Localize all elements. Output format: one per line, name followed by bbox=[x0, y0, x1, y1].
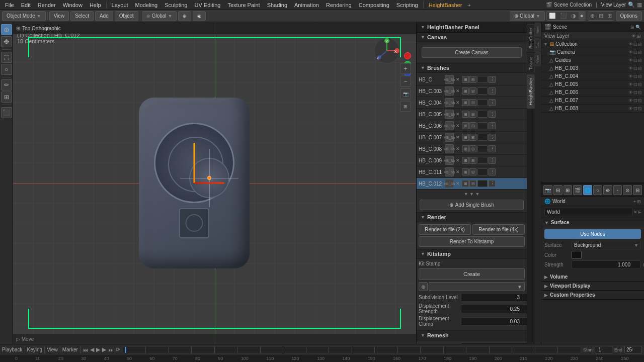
brush-value-9[interactable] bbox=[477, 180, 488, 187]
brush-value-1[interactable] bbox=[477, 87, 488, 95]
use-nodes-btn[interactable]: Use Nodes bbox=[544, 229, 641, 239]
expand-brushes-btn[interactable]: ▼ ▼ ▼ bbox=[417, 191, 527, 198]
brush-row-hbc011[interactable]: HB_C.011 HB_Sh ✕ ⊞ ⊟ ⋮ bbox=[417, 166, 527, 178]
view-menu-btn[interactable]: View bbox=[49, 11, 69, 21]
menu-uv-editing[interactable]: UV Editing bbox=[191, 1, 223, 9]
render-2k-btn[interactable]: Render to file (2k) bbox=[419, 224, 471, 235]
brush-x-8[interactable]: ✕ bbox=[455, 169, 461, 174]
guides-eye[interactable]: 👁 bbox=[628, 58, 633, 63]
jump-end-btn[interactable]: ⏭ bbox=[108, 347, 114, 353]
outliner-hbc008[interactable]: △ HB_C.008 👁 ⊡ ⊟ bbox=[541, 105, 644, 113]
brush-value-0[interactable] bbox=[477, 76, 488, 83]
menu-sculpting[interactable]: Sculpting bbox=[162, 1, 190, 9]
outliner-hbc006[interactable]: △ HB_C.006 👁 ⊡ ⊟ bbox=[541, 88, 644, 97]
object-menu-btn[interactable]: Object bbox=[115, 11, 138, 21]
material-preview-btn[interactable]: ◑ bbox=[570, 12, 578, 20]
rendered-btn[interactable]: ● bbox=[579, 12, 585, 20]
brush-row-hbc003[interactable]: HB_C.003 HB_Sh ✕ ⊞ ⊟ ⋮ bbox=[417, 85, 527, 97]
start-frame-input[interactable] bbox=[595, 346, 612, 353]
brush-copy-6[interactable]: ⊞ bbox=[462, 145, 469, 152]
brush-menu-3[interactable]: ⋮ bbox=[489, 111, 496, 118]
vp-zoom-in-btn[interactable]: + bbox=[400, 63, 411, 74]
brush-copy-1[interactable]: ⊞ bbox=[462, 87, 469, 95]
vp-grid-btn[interactable]: ⊞ bbox=[400, 101, 411, 112]
kt-expand[interactable]: ▼ bbox=[429, 282, 525, 291]
select-box-tool[interactable]: ⬚ bbox=[1, 52, 12, 63]
brush-menu-6[interactable]: ⋮ bbox=[489, 145, 496, 152]
create-canvas-btn[interactable]: Create Canvas bbox=[422, 47, 522, 58]
outliner-collection[interactable]: ▼ ⊞ Collection 👁 ⊡ ⊟ bbox=[541, 40, 644, 48]
brush-menu-1[interactable]: ⋮ bbox=[489, 87, 496, 95]
brush-link-7[interactable]: ⊟ bbox=[469, 157, 476, 164]
prop-constraints-icon[interactable]: ⊟ bbox=[633, 185, 642, 195]
brush-x-5[interactable]: ✕ bbox=[455, 135, 461, 140]
world-fake-user-icon[interactable]: F bbox=[638, 210, 641, 215]
brush-link-6[interactable]: ⊟ bbox=[469, 145, 476, 152]
strength-input[interactable] bbox=[572, 260, 640, 269]
outliner-guides[interactable]: △ Guides 👁 ⊡ ⊟ bbox=[541, 56, 644, 64]
brush-value-5[interactable] bbox=[477, 134, 488, 141]
brush-link-2[interactable]: ⊟ bbox=[469, 99, 476, 106]
timeline-view-menu[interactable]: View bbox=[47, 347, 58, 352]
brush-row-hbc[interactable]: HB_C HB_Sh ✕ ⊞ ⊟ ⋮ bbox=[417, 74, 527, 85]
prop-modifier-icon[interactable]: ⊕ bbox=[603, 185, 612, 195]
brush-value-8[interactable] bbox=[477, 168, 488, 175]
prop-view-btn[interactable]: View bbox=[535, 52, 541, 66]
brush-menu-5[interactable]: ⋮ bbox=[489, 134, 496, 141]
prop-render-icon[interactable]: 📷 bbox=[543, 185, 552, 195]
render-4k-btn[interactable]: Render to file (4k) bbox=[472, 224, 525, 235]
outliner-hbc005[interactable]: △ HB_C.005 👁 ⊡ ⊟ bbox=[541, 80, 644, 88]
outliner-filter-icon[interactable]: ⊞ bbox=[630, 25, 634, 30]
next-frame-btn[interactable]: ▶ bbox=[102, 346, 106, 353]
cam-render[interactable]: ⊟ bbox=[638, 50, 642, 55]
brushes-section-header[interactable]: ▼ Brushes bbox=[417, 63, 527, 73]
gizmo-btn[interactable]: ⊞ bbox=[597, 12, 605, 20]
brush-x-0[interactable]: ✕ bbox=[455, 77, 461, 82]
brush-link-3[interactable]: ⊟ bbox=[469, 111, 476, 118]
add-cube-tool[interactable]: ⬛ bbox=[1, 107, 12, 118]
solid-btn[interactable]: ⬛ bbox=[558, 12, 569, 20]
cursor-tool[interactable]: ⊕ bbox=[1, 24, 12, 35]
proportional-btn[interactable]: ◉ bbox=[193, 11, 206, 21]
jump-start-btn[interactable]: ⏮ bbox=[83, 347, 88, 353]
canvas-section-header[interactable]: ▼ Canvas bbox=[417, 33, 527, 42]
render-kitstamp-btn[interactable]: Render To Kitstamp bbox=[419, 236, 525, 247]
move-tool[interactable]: ✥ bbox=[1, 36, 12, 47]
brush-copy-0[interactable]: ⊞ bbox=[462, 76, 469, 83]
panel-collapse-arrow[interactable]: ▼ bbox=[421, 25, 425, 30]
global-local-toggle[interactable]: ⊕ Global ▼ bbox=[510, 11, 545, 21]
disp-strength-value[interactable] bbox=[461, 305, 527, 313]
brush-copy-5[interactable]: ⊞ bbox=[462, 134, 469, 141]
render-section-header[interactable]: ▼ Render bbox=[417, 213, 527, 222]
surface-section-header[interactable]: ▼ Surface bbox=[541, 218, 644, 227]
brush-copy-2[interactable]: ⊞ bbox=[462, 99, 469, 106]
custom-props-section-header[interactable]: ▶ Custom Properties bbox=[541, 291, 644, 300]
timeline-playback-menu[interactable]: Playback bbox=[2, 347, 23, 352]
brush-value-4[interactable] bbox=[477, 122, 488, 129]
guides-render[interactable]: ⊟ bbox=[638, 58, 642, 63]
prop-scene-icon[interactable]: 🎬 bbox=[573, 185, 582, 195]
outliner-scene-icon[interactable]: 🎬 bbox=[544, 24, 551, 30]
brush-row-hbc008[interactable]: HB_C.008 HB_Sh ✕ ⊞ ⊟ ⋮ bbox=[417, 143, 527, 155]
brush-menu-8[interactable]: ⋮ bbox=[489, 168, 496, 175]
brush-link-9[interactable]: ⊟ bbox=[469, 180, 476, 187]
play-btn[interactable]: ▶ bbox=[96, 346, 100, 353]
add-single-brush-btn[interactable]: ⊕ Add Single Brush bbox=[420, 200, 524, 210]
menu-heightbasher[interactable]: HeightBasher bbox=[426, 1, 465, 9]
kitstamp-create-btn[interactable]: Create bbox=[419, 268, 525, 280]
menu-modeling[interactable]: Modeling bbox=[132, 1, 161, 9]
overlay-btn[interactable]: ⊕ bbox=[589, 12, 596, 20]
cam-monitor[interactable]: ⊡ bbox=[633, 50, 637, 55]
brush-x-4[interactable]: ✕ bbox=[455, 123, 461, 128]
vp-zoom-out-btn[interactable]: − bbox=[400, 76, 411, 87]
brush-value-2[interactable] bbox=[477, 99, 488, 106]
kitstamp-section-header[interactable]: ▼ Kitstamp bbox=[417, 249, 527, 259]
brush-x-9[interactable]: ✕ bbox=[455, 181, 461, 186]
menu-rendering[interactable]: Rendering bbox=[323, 1, 355, 9]
menu-shading[interactable]: Shading bbox=[264, 1, 290, 9]
col-eye[interactable]: 👁 bbox=[628, 42, 633, 47]
brush-row-hbc004[interactable]: HB_C.004 HB_Sh ✕ ⊞ ⊟ ⋮ bbox=[417, 97, 527, 109]
prop-output-icon[interactable]: ⊟ bbox=[553, 185, 562, 195]
brush-x-7[interactable]: ✕ bbox=[455, 158, 461, 163]
add-menu-btn[interactable]: Add bbox=[95, 11, 113, 21]
